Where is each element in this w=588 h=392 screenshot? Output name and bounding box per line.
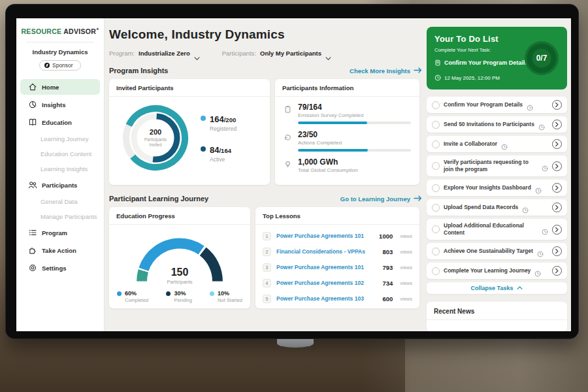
task-checkbox[interactable] (432, 225, 440, 233)
chevron-down-icon (325, 52, 331, 56)
task-checkbox[interactable] (432, 184, 440, 192)
card-title: Education Progress (109, 207, 250, 225)
sidebar-item-home[interactable]: Home (20, 79, 100, 95)
arrow-right-icon (414, 195, 422, 203)
arrow-right-icon (414, 67, 422, 74)
todo-summary-card: Your To Do List Complete Your Next Task:… (427, 27, 567, 90)
refresh-icon (284, 132, 292, 140)
sidebar-item-general-data[interactable]: General Data (20, 195, 100, 208)
lesson-link[interactable]: Power Purchase Agreements 101 (276, 264, 377, 270)
clock-icon (538, 122, 545, 128)
task-send-invitations[interactable]: Send 50 Invitations to Participants (427, 116, 567, 133)
recent-news-card: Recent News (427, 302, 567, 331)
todo-progress-count: 0/7 (523, 39, 561, 77)
journey-cards-row: Education Progress 150 Participants (109, 207, 422, 308)
sidebar-nav: Home Insights Education (16, 78, 104, 277)
task-checkbox[interactable] (432, 101, 440, 109)
people-icon (28, 180, 37, 189)
progress-bar (298, 122, 411, 124)
sidebar-item-manage-participants[interactable]: Manage Participants (20, 210, 100, 223)
document-icon (434, 57, 441, 69)
main-content: Welcome, Industry Dynamics Program: Indu… (109, 18, 422, 331)
lesson-row: 4 Power Purchase Agreements 102 734 view… (263, 275, 412, 291)
sidebar-item-learning-insights[interactable]: Learning Insights (20, 162, 100, 176)
task-open-button[interactable] (552, 100, 562, 110)
task-checkbox[interactable] (432, 204, 440, 212)
lessons-list: 1 Power Purchase Agreements 101 1000 vie… (255, 225, 419, 306)
lesson-row: 3 Power Purchase Agreements 101 793 view… (263, 259, 412, 275)
app-logo: RESOURCE ADVISOR+ (16, 18, 104, 35)
gauge-chart: 150 Participants (131, 230, 229, 285)
task-checkbox[interactable] (432, 248, 440, 255)
go-to-learning-journey-link[interactable]: Go to Learning Journey (340, 195, 422, 203)
task-verify-participants[interactable]: Verify participants requesting to join t… (427, 155, 567, 176)
check-more-insights-link[interactable]: Check More Insights (350, 67, 422, 74)
clock-icon (542, 226, 548, 233)
puzzle-icon (28, 246, 37, 255)
monitor-stand (277, 339, 314, 348)
participant-stats: 79/164 Emission Survey Completed (275, 97, 419, 173)
card-title: Participants Information (275, 79, 419, 97)
lesson-link[interactable]: Power Purchase Agreements 103 (276, 295, 377, 302)
sidebar-item-program[interactable]: Program (20, 225, 100, 240)
lesson-row: 2 Financial Considerations - VPPAs 803 v… (263, 244, 412, 259)
card-title: Invited Participants (109, 79, 270, 97)
invited-donut-chart: 200 Participants Invited 164/200 Registe (109, 97, 270, 174)
rank-badge: 4 (263, 279, 271, 287)
todo-progress-ring: 0/7 (523, 39, 561, 77)
program-insights-header: Program Insights Check More Insights (109, 67, 422, 74)
lesson-link[interactable]: Financial Considerations - VPPAs (276, 248, 377, 255)
task-checkbox[interactable] (432, 162, 440, 170)
sidebar-item-education-content[interactable]: Education Content (20, 147, 100, 161)
task-upload-spend-data[interactable]: Upload Spend Data Records (427, 199, 567, 216)
task-complete-learning-journey[interactable]: Complete Your Learning Journey (427, 263, 567, 279)
list-icon (28, 228, 37, 237)
task-confirm-program-details[interactable]: Confirm Your Program Details (427, 97, 567, 113)
sidebar-item-settings[interactable]: Settings (20, 260, 100, 276)
task-explore-insights[interactable]: Explore Your Insights Dashboard (427, 180, 567, 196)
gear-icon (28, 263, 37, 272)
task-open-button[interactable] (552, 139, 562, 149)
task-open-button[interactable] (552, 225, 562, 235)
donut-legend: 164/200 Registered 84/164 Active (201, 113, 237, 163)
sidebar-item-education[interactable]: Education (20, 114, 100, 130)
legend-dot (210, 291, 214, 296)
task-open-button[interactable] (552, 120, 562, 129)
task-invite-collaborator[interactable]: Invite a Collaborator (427, 136, 567, 152)
task-open-button[interactable] (552, 266, 562, 276)
sidebar-item-insights[interactable]: Insights (20, 97, 100, 112)
participants-dropdown[interactable]: Participants: Only My Participants (222, 50, 331, 57)
dashboard-screen: RESOURCE ADVISOR+ Industry Dynamics Spon… (16, 18, 571, 331)
lesson-row: 1 Power Purchase Agreements 101 1000 vie… (263, 228, 412, 244)
sidebar: RESOURCE ADVISOR+ Industry Dynamics Spon… (16, 18, 105, 331)
clock-icon (535, 185, 542, 191)
todo-panel: Your To Do List Complete Your Next Task:… (427, 27, 567, 331)
task-open-button[interactable] (552, 183, 562, 193)
progress-bar (298, 149, 411, 152)
task-open-button[interactable] (552, 161, 562, 171)
lesson-link[interactable]: Power Purchase Agreements 101 (276, 233, 374, 239)
legend-registered: 164/200 Registered (201, 113, 237, 132)
lesson-link[interactable]: Power Purchase Agreements 102 (276, 280, 377, 286)
divider (26, 42, 94, 42)
task-checkbox[interactable] (432, 121, 440, 129)
task-open-button[interactable] (552, 203, 562, 212)
task-open-button[interactable] (552, 246, 562, 256)
program-dropdown[interactable]: Program: Industrialize Zero (109, 50, 200, 57)
lesson-row: 5 Power Purchase Agreements 103 600 view… (263, 291, 412, 306)
recent-news-heading: Recent News (427, 302, 567, 320)
collapse-tasks-button[interactable]: Collapse Tasks (427, 282, 567, 294)
sidebar-item-participants[interactable]: Participants (20, 177, 100, 193)
sidebar-item-learning-journey[interactable]: Learning Journey (20, 132, 100, 146)
education-progress-card: Education Progress 150 Participants (109, 207, 250, 308)
task-checkbox[interactable] (432, 140, 440, 148)
participants-information-card: Participants Information 79/164 Emission… (275, 79, 419, 185)
task-checkbox[interactable] (432, 267, 440, 275)
photo-backdrop: RESOURCE ADVISOR+ Industry Dynamics Spon… (0, 0, 588, 392)
sidebar-item-take-action[interactable]: Take Action (20, 242, 100, 258)
task-achieve-sustainability-target[interactable]: Achieve One Sustainability Target (427, 243, 567, 259)
gauge-center-label: 150 Participants (131, 267, 229, 285)
program-insights-heading: Program Insights (109, 67, 168, 74)
page-title: Welcome, Industry Dynamics (109, 27, 422, 42)
task-upload-educational-content[interactable]: Upload Additional Educational Content (427, 219, 567, 240)
